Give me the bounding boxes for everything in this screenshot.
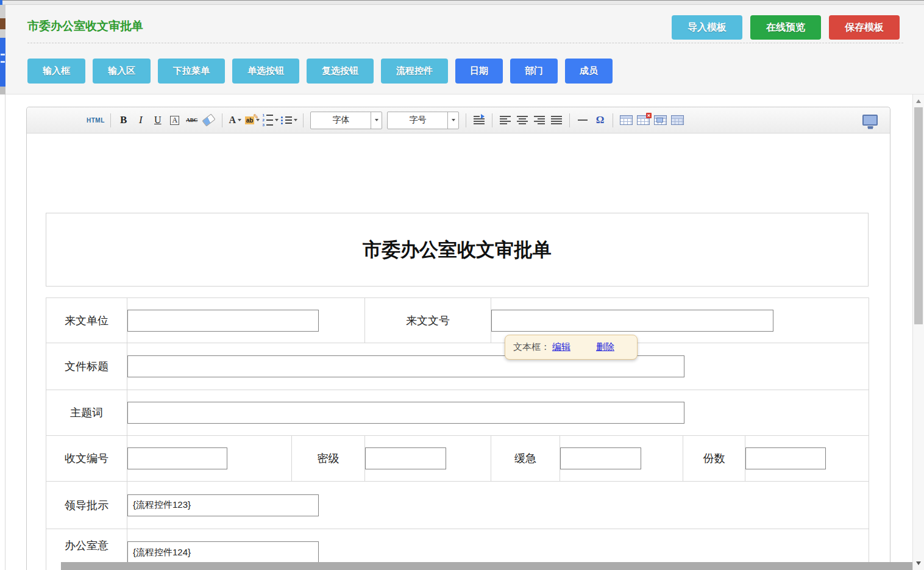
- incoming-doc-number-label: 来文文号: [365, 298, 491, 343]
- widget-dropdown-button[interactable]: 下拉菜单: [158, 59, 225, 84]
- import-template-button[interactable]: 导入模板: [672, 15, 742, 40]
- align-right-icon[interactable]: [532, 112, 547, 128]
- font-size-select[interactable]: 字号: [387, 112, 459, 129]
- leader-instructions-label: 领导批示: [46, 482, 127, 529]
- strikethrough-icon[interactable]: ABC: [185, 112, 199, 128]
- form-title: 市委办公室收文审批单: [363, 237, 552, 263]
- widget-department-button[interactable]: 部门: [510, 59, 558, 84]
- italic-icon[interactable]: I: [133, 112, 148, 128]
- widget-input-area-button[interactable]: 输入区: [93, 59, 151, 84]
- toolbar-separator: [569, 113, 570, 127]
- table-row: 文件标题: [46, 343, 869, 390]
- leader-instructions-input[interactable]: [127, 494, 319, 516]
- header-actions: 导入模板 在线预览 保存模板: [672, 15, 900, 40]
- insert-table-icon[interactable]: [619, 112, 633, 128]
- align-center-icon[interactable]: [515, 112, 530, 128]
- align-left-icon[interactable]: [498, 112, 513, 128]
- save-template-button[interactable]: 保存模板: [829, 15, 900, 40]
- editor-toolbar: HTML B I U A ABC A ab ✎ 1: [27, 107, 890, 134]
- cell-properties-icon[interactable]: [653, 112, 667, 128]
- toolbar-separator: [466, 113, 466, 127]
- subject-words-label: 主题词: [46, 390, 127, 436]
- horizontal-rule-icon[interactable]: [575, 112, 590, 128]
- scroll-down-arrow-icon[interactable]: [916, 561, 921, 565]
- online-preview-button[interactable]: 在线预览: [750, 15, 821, 40]
- delete-link[interactable]: 删除: [596, 341, 614, 353]
- edit-link[interactable]: 编辑: [552, 341, 570, 353]
- highlight-color-icon[interactable]: ab ✎: [245, 112, 260, 128]
- chevron-down-icon: [447, 112, 458, 129]
- widget-date-button[interactable]: 日期: [455, 59, 503, 84]
- copies-label: 份数: [683, 436, 745, 482]
- eraser-glyph: [202, 113, 216, 126]
- widget-checkbox-button[interactable]: 复选按钮: [307, 59, 374, 84]
- chevron-down-icon: [294, 119, 297, 121]
- sliver-tick: [1, 54, 5, 55]
- table-properties-icon[interactable]: [670, 112, 684, 128]
- page-title: 市委办公室收文审批单: [27, 18, 143, 34]
- header-panel: 市委办公室收文审批单 导入模板 在线预览 保存模板 输入框 输入区 下拉菜单 单…: [5, 5, 924, 94]
- urgency-input[interactable]: [560, 447, 641, 469]
- bottom-window-strip: [61, 562, 912, 570]
- table-row: 来文单位 来文文号: [46, 298, 869, 343]
- form-title-cell: 市委办公室收文审批单: [46, 213, 869, 287]
- align-justify-icon[interactable]: [549, 112, 564, 128]
- secrecy-level-label: 密级: [292, 436, 365, 482]
- receipt-number-input[interactable]: [127, 447, 227, 469]
- top-window-strip: [0, 0, 924, 5]
- indent-icon[interactable]: [472, 112, 486, 128]
- pencil-icon: ✎: [253, 113, 258, 121]
- receipt-number-label: 收文编号: [46, 436, 127, 482]
- incoming-unit-input[interactable]: [127, 310, 319, 332]
- widget-button-row: 输入框 输入区 下拉菜单 单选按钮 复选按钮 流程控件 日期 部门 成员: [27, 59, 613, 84]
- underline-icon[interactable]: U: [151, 112, 165, 128]
- unordered-list-icon[interactable]: [281, 112, 297, 128]
- scrollbar-thumb[interactable]: [914, 107, 923, 324]
- font-format-icon[interactable]: A: [170, 116, 179, 125]
- table-row: 收文编号 密级 缓急 份数: [46, 436, 869, 482]
- sliver-blue-panel: [0, 38, 5, 87]
- textbox-tooltip: 文本框： 编辑 删除: [505, 335, 638, 360]
- widget-flow-control-button[interactable]: 流程控件: [381, 59, 448, 84]
- widget-radio-button[interactable]: 单选按钮: [232, 59, 299, 84]
- sliver-tick: [1, 61, 5, 63]
- chevron-down-icon: [238, 119, 241, 121]
- vertical-scrollbar[interactable]: [912, 94, 924, 570]
- widget-member-button[interactable]: 成员: [565, 59, 613, 84]
- remove-format-eraser-icon[interactable]: [202, 112, 216, 128]
- ordered-list-icon[interactable]: 1 2 3: [262, 112, 279, 128]
- sliver-brown-icon: [0, 18, 5, 29]
- bold-icon[interactable]: B: [116, 112, 131, 128]
- incoming-doc-number-input[interactable]: [491, 310, 773, 332]
- fullscreen-icon[interactable]: [862, 112, 878, 128]
- secrecy-level-input[interactable]: [365, 447, 446, 469]
- subject-words-input[interactable]: [127, 402, 684, 424]
- toolbar-separator: [110, 113, 111, 127]
- table-row: 领导批示: [46, 482, 869, 529]
- approval-form-table: 来文单位 来文文号 文件标题 主题词 收文编号 密级 缓急 份数 领导批示: [46, 297, 869, 570]
- incoming-unit-label: 来文单位: [46, 298, 127, 343]
- office-opinion-input[interactable]: [127, 541, 319, 563]
- toolbar-separator: [492, 113, 492, 127]
- source-code-icon[interactable]: HTML: [87, 117, 105, 124]
- font-family-select[interactable]: 字体: [310, 112, 382, 129]
- copies-input[interactable]: [745, 447, 826, 469]
- template-editor-window: 市委办公室收文审批单 导入模板 在线预览 保存模板 输入框 输入区 下拉菜单 单…: [0, 0, 924, 570]
- doc-title-label: 文件标题: [46, 343, 127, 390]
- toolbar-separator: [222, 113, 222, 127]
- widget-input-box-button[interactable]: 输入框: [27, 59, 85, 84]
- table-row: 主题词: [46, 390, 869, 436]
- special-character-icon[interactable]: Ω: [592, 112, 607, 128]
- font-color-icon[interactable]: A: [228, 112, 243, 128]
- urgency-label: 缓急: [491, 436, 560, 482]
- corner-blue-mark: [0, 0, 2, 5]
- toolbar-separator: [303, 113, 304, 127]
- delete-table-icon[interactable]: [636, 112, 650, 128]
- chevron-down-icon: [371, 112, 382, 129]
- tooltip-label: 文本框：: [513, 341, 550, 353]
- left-edge-sliver: [0, 0, 5, 570]
- chevron-down-icon: [275, 119, 279, 121]
- scroll-up-arrow-icon[interactable]: [916, 99, 921, 103]
- toolbar-separator: [613, 113, 613, 127]
- dashed-divider: [27, 43, 903, 43]
